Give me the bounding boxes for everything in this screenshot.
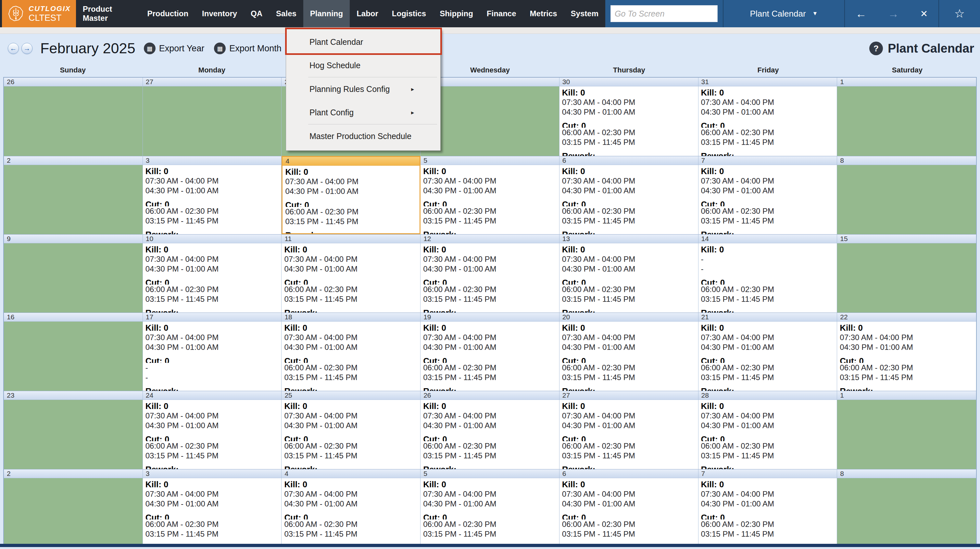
kill-shift-time: 07:30 AM - 04:00 PM: [284, 254, 418, 264]
calendar-cell-day-5[interactable]: 5Kill: 007:30 AM - 04:00 PM04:30 PM - 01…: [420, 156, 560, 234]
nav-item-product-master[interactable]: Product Master: [76, 0, 141, 27]
calendar-cell-day-29[interactable]: 29: [420, 78, 560, 156]
nav-item-finance[interactable]: Finance: [480, 0, 523, 27]
prev-month-button[interactable]: ←: [8, 43, 19, 54]
submenu-arrow-icon: ►: [410, 110, 415, 115]
weekday-label-wednesday: Wednesday: [420, 63, 560, 77]
menu-item-plant-config[interactable]: Plant Config►: [286, 101, 440, 124]
forward-icon[interactable]: →: [888, 8, 899, 20]
day-body: [837, 165, 976, 234]
cut-label: Cut: 0: [562, 434, 695, 441]
kill-shift-time: 07:30 AM - 04:00 PM: [562, 97, 695, 107]
calendar-cell-day-31[interactable]: 31Kill: 007:30 AM - 04:00 PM04:30 PM - 0…: [698, 78, 837, 156]
calendar-cell-day-13[interactable]: 13Kill: 007:30 AM - 04:00 PM04:30 PM - 0…: [560, 234, 698, 313]
calendar-cell-day-6[interactable]: 6Kill: 007:30 AM - 04:00 PM04:30 PM - 01…: [560, 156, 698, 234]
calendar-cell-day-17[interactable]: 17Kill: 007:30 AM - 04:00 PM04:30 PM - 0…: [143, 313, 282, 391]
export-year-button[interactable]: ▦ Export Year: [144, 43, 205, 54]
spacer: [145, 509, 279, 512]
calendar-cell-day-20[interactable]: 20Kill: 007:30 AM - 04:00 PM04:30 PM - 0…: [560, 313, 698, 391]
kill-shift-time: 07:30 AM - 04:00 PM: [145, 176, 279, 186]
calendar-cell-day-24[interactable]: 24Kill: 007:30 AM - 04:00 PM04:30 PM - 0…: [143, 391, 282, 469]
calendar-cell-day-23[interactable]: 23: [4, 391, 143, 469]
calendar-cell-day-11[interactable]: 11Kill: 007:30 AM - 04:00 PM04:30 PM - 0…: [282, 234, 420, 313]
nav-item-labor[interactable]: Labor: [350, 0, 385, 27]
calendar-cell-day-3[interactable]: 3Kill: 007:30 AM - 04:00 PM04:30 PM - 01…: [143, 469, 282, 544]
calendar-cell-day-5[interactable]: 5Kill: 007:30 AM - 04:00 PM04:30 PM - 01…: [420, 469, 560, 544]
menu-item-master-production-schedule[interactable]: Master Production Schedule: [286, 124, 440, 148]
kill-shift-time: 04:30 PM - 01:00 AM: [145, 499, 279, 509]
day-number: 6: [560, 156, 698, 165]
nav-item-logistics[interactable]: Logistics: [385, 0, 433, 27]
calendar-cell-day-12[interactable]: 12Kill: 007:30 AM - 04:00 PM04:30 PM - 0…: [420, 234, 560, 313]
calendar-cell-day-30[interactable]: 30Kill: 007:30 AM - 04:00 PM04:30 PM - 0…: [560, 78, 698, 156]
spacer: [701, 117, 835, 121]
nav-item-production[interactable]: Production: [140, 0, 195, 27]
calendar-cell-day-14[interactable]: 14Kill: 0--Cut: 006:00 AM - 02:30 PM03:1…: [698, 234, 837, 313]
calendar-cell-day-15[interactable]: 15: [837, 234, 976, 313]
menu-item-hog-schedule[interactable]: Hog Schedule: [286, 54, 440, 77]
calendar-cell-day-4[interactable]: 4Kill: 007:30 AM - 04:00 PM04:30 PM - 01…: [282, 469, 420, 544]
spacer: [423, 274, 557, 278]
cut-label: Cut: 0: [284, 356, 418, 363]
calendar-cell-day-27[interactable]: 27: [143, 78, 282, 156]
day-body: Kill: 007:30 AM - 04:00 PM04:30 PM - 01:…: [420, 400, 559, 469]
calendar-cell-day-7[interactable]: 7Kill: 007:30 AM - 04:00 PM04:30 PM - 01…: [698, 469, 837, 544]
screen-selector[interactable]: Plant Calendar ▼: [724, 9, 844, 19]
cut-shift-time: 06:00 AM - 02:30 PM: [145, 519, 279, 529]
spacer: [840, 382, 974, 386]
calendar-cell-day-7[interactable]: 7Kill: 007:30 AM - 04:00 PM04:30 PM - 01…: [698, 156, 837, 234]
calendar-cell-day-9[interactable]: 9: [4, 234, 143, 313]
kill-label: Kill: 0: [423, 245, 557, 254]
nav-item-system[interactable]: System: [564, 0, 605, 27]
calendar-cell-day-19[interactable]: 19Kill: 007:30 AM - 04:00 PM04:30 PM - 0…: [420, 313, 560, 391]
calendar-cell-day-26[interactable]: 26: [4, 78, 143, 156]
calendar-cell-day-21[interactable]: 21Kill: 007:30 AM - 04:00 PM04:30 PM - 0…: [698, 313, 837, 391]
calendar-cell-day-28[interactable]: 28Kill: 007:30 AM - 04:00 PM04:30 PM - 0…: [698, 391, 837, 469]
calendar-cell-day-16[interactable]: 16: [4, 313, 143, 391]
favorite-star-icon[interactable]: ☆: [955, 7, 965, 21]
spacer: [423, 431, 557, 434]
nav-item-metrics[interactable]: Metrics: [523, 0, 564, 27]
menu-item-planning-rules-config[interactable]: Planning Rules Config►: [286, 77, 440, 101]
calendar-cell-day-27[interactable]: 27Kill: 007:30 AM - 04:00 PM04:30 PM - 0…: [560, 391, 698, 469]
next-month-button[interactable]: →: [21, 43, 32, 54]
kill-shift-time: -: [701, 264, 835, 274]
calendar-cell-day-3[interactable]: 3Kill: 007:30 AM - 04:00 PM04:30 PM - 01…: [143, 156, 282, 234]
calendar-cell-day-22[interactable]: 22Kill: 007:30 AM - 04:00 PM04:30 PM - 0…: [837, 313, 976, 391]
nav-item-planning[interactable]: Planning: [303, 0, 350, 27]
calendar-cell-day-18[interactable]: 18Kill: 007:30 AM - 04:00 PM04:30 PM - 0…: [282, 313, 420, 391]
cut-label: Cut: 0: [701, 199, 835, 206]
back-icon[interactable]: ←: [856, 8, 867, 20]
calendar-cell-day-25[interactable]: 25Kill: 007:30 AM - 04:00 PM04:30 PM - 0…: [282, 391, 420, 469]
cut-shift-time: 06:00 AM - 02:30 PM: [285, 207, 417, 217]
go-to-screen-input[interactable]: [611, 5, 718, 22]
calendar-cell-day-8[interactable]: 8: [837, 156, 976, 234]
calendar-cell-day-26[interactable]: 26Kill: 007:30 AM - 04:00 PM04:30 PM - 0…: [420, 391, 560, 469]
cut-label: Cut: 0: [284, 434, 418, 441]
weekday-label-saturday: Saturday: [838, 63, 977, 77]
day-body: [837, 478, 976, 544]
kill-shift-time: 07:30 AM - 04:00 PM: [284, 411, 418, 421]
nav-item-sales[interactable]: Sales: [269, 0, 303, 27]
calendar-cell-day-1[interactable]: 1: [837, 78, 976, 156]
menu-item-plant-calendar[interactable]: Plant Calendar: [286, 30, 440, 54]
close-icon[interactable]: ✕: [920, 8, 928, 19]
nav-item-qa[interactable]: QA: [244, 0, 269, 27]
day-number: 11: [282, 235, 420, 243]
calendar-cell-day-10[interactable]: 10Kill: 007:30 AM - 04:00 PM04:30 PM - 0…: [143, 234, 282, 313]
kill-shift-time: 04:30 PM - 01:00 AM: [423, 186, 557, 196]
calendar-cell-day-2[interactable]: 2: [4, 156, 143, 234]
spacer: [285, 196, 417, 200]
calendar-cell-day-2[interactable]: 2: [4, 469, 143, 544]
export-month-button[interactable]: ▦ Export Month: [214, 43, 282, 54]
help-icon[interactable]: ?: [869, 41, 883, 55]
kill-shift-time: 04:30 PM - 01:00 AM: [145, 186, 279, 196]
submenu-arrow-icon: ►: [410, 86, 415, 92]
calendar-cell-day-1[interactable]: 1: [837, 391, 976, 469]
calendar-cell-day-4[interactable]: 4Kill: 007:30 AM - 04:00 PM04:30 PM - 01…: [282, 156, 420, 234]
nav-item-inventory[interactable]: Inventory: [195, 0, 244, 27]
calendar-cell-day-6[interactable]: 6Kill: 007:30 AM - 04:00 PM04:30 PM - 01…: [560, 469, 698, 544]
day-body: Kill: 0--Cut: 006:00 AM - 02:30 PM03:15 …: [698, 243, 837, 313]
nav-item-shipping[interactable]: Shipping: [433, 0, 480, 27]
calendar-cell-day-8[interactable]: 8: [837, 469, 976, 544]
